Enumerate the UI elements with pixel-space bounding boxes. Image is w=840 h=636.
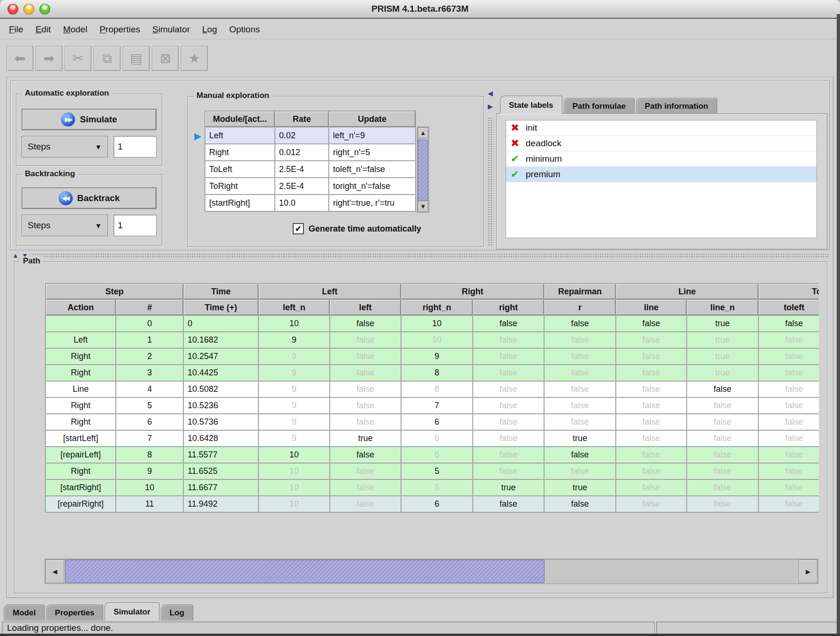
generate-time-checkbox[interactable]: ✔ [293,223,304,234]
menu-options[interactable]: Options [223,24,266,35]
horizontal-split-divider[interactable] [32,253,829,258]
menu-model[interactable]: Model [57,24,93,35]
path-row[interactable]: 0010false10falsefalsefalsetruefalse [46,316,819,331]
path-row[interactable]: [repairRight]1111.949210false6falsefalse… [46,496,819,512]
group-header-time[interactable]: Time [184,284,258,299]
group-header-line[interactable]: Line [616,284,758,299]
path-cell: false [473,464,544,479]
menu-file[interactable]: File [3,24,30,35]
undo-button[interactable]: ⬅ [7,46,33,71]
path-cell: 10.1682 [184,332,258,348]
path-scrollbar-thumb[interactable] [65,560,545,583]
tab-log[interactable]: Log [161,605,193,621]
backtrack-steps-select[interactable]: Steps ▼ [22,215,108,236]
path-row[interactable]: [startRight]1011.667710false5truetruefal… [46,480,819,495]
copy-button[interactable]: ⧉ [94,46,121,71]
path-row[interactable]: Right210.25479false9falsefalsefalsetruef… [46,349,819,364]
state-label-premium[interactable]: ✔premium [506,167,817,182]
path-row[interactable]: Right310.44259false8falsefalsefalsetruef… [46,365,819,381]
tab-simulator[interactable]: Simulator [105,602,159,621]
column-header[interactable]: Module/[act... [205,112,274,127]
menu-simulator[interactable]: Simulator [146,24,196,35]
state-label-minimum[interactable]: ✔minimum [506,151,817,167]
path-cell: 8 [116,447,183,463]
state-label-init[interactable]: ✖init [506,120,817,136]
group-header-left[interactable]: Left [259,284,401,299]
delete-icon: ⊠ [160,51,171,66]
path-cell: false [759,414,819,430]
tab-path-formulae[interactable]: Path formulae [564,98,635,114]
state-label-deadlock[interactable]: ✖deadlock [506,136,817,151]
updates-scrollbar-thumb[interactable] [418,140,428,201]
menu-properties[interactable]: Properties [93,24,146,35]
updates-scrollbar[interactable]: ▲ ▼ [417,127,429,213]
path-row[interactable]: [startLeft]710.64289true6falsetruefalsef… [46,431,819,446]
column-header[interactable]: line_n [687,300,758,315]
state-labels-list: ✖init✖deadlock✔minimum✔premium [506,120,817,238]
update-cell: ToRight [205,178,274,194]
path-row[interactable]: [repairLeft]811.557710false6falsefalsefa… [46,447,819,463]
group-header-to[interactable]: To [759,284,819,299]
scroll-down-icon[interactable]: ▼ [418,201,428,212]
column-header[interactable]: left [330,300,401,315]
update-cell: toright_n'=false [329,178,415,194]
path-row[interactable]: Right911.652510false5falsefalsefalsefals… [46,464,819,479]
update-row[interactable]: ToLeft2.5E-4toleft_n'=false [205,161,415,177]
column-header[interactable]: left_n [259,300,329,315]
path-row[interactable]: Left110.16829false10falsefalsefalsetruef… [46,332,819,348]
path-title: Path [20,256,43,266]
tab-path-information[interactable]: Path information [636,98,717,114]
collapse-right-icon[interactable]: ▶ [488,103,493,110]
column-header[interactable]: Update [329,112,415,127]
simulate-steps-select[interactable]: Steps ▼ [22,136,108,157]
undo-icon: ⬅ [15,51,25,66]
path-cell: 11 [116,496,183,512]
backtrack-steps-input[interactable] [114,215,157,236]
scroll-right-icon[interactable]: ▶ [799,560,817,583]
collapse-left-icon[interactable]: ◀ [488,90,493,97]
collapse-up-icon[interactable]: ▲ [12,252,19,259]
update-cell: Right [205,144,274,160]
path-row[interactable]: Right510.52369false7falsefalsefalsefalse… [46,398,819,413]
column-header[interactable]: line [616,300,686,315]
group-header-step[interactable]: Step [46,284,183,299]
redo-button[interactable]: ➡ [36,46,62,71]
update-row[interactable]: ToRight2.5E-4toright_n'=false [205,178,415,194]
group-header-repairman[interactable]: Repairman [545,284,615,299]
chevron-down-icon: ▼ [95,222,102,230]
update-row[interactable]: [startRight]10.0right'=true, r'=tru [205,195,415,211]
scroll-left-icon[interactable]: ◀ [45,560,64,583]
star-button[interactable]: ★ [181,46,208,71]
update-row[interactable]: Right0.012right_n'=5 [205,144,415,160]
tab-model[interactable]: Model [4,605,45,621]
cut-button[interactable]: ✂ [65,46,91,71]
backtrack-button[interactable]: ◀◀ Backtrack [22,187,157,209]
simulate-steps-input[interactable] [114,136,157,157]
column-header[interactable]: Rate [275,112,328,127]
path-cell: false [616,316,686,331]
menu-edit[interactable]: Edit [30,24,57,35]
scroll-up-icon[interactable]: ▲ [418,127,428,138]
column-header[interactable]: Time (+) [184,300,258,315]
path-cell: false [759,496,819,512]
tab-properties[interactable]: Properties [46,605,103,621]
group-header-right[interactable]: Right [401,284,544,299]
delete-button[interactable]: ⊠ [152,46,179,71]
column-header[interactable]: Action [46,300,115,315]
path-cell: 7 [401,398,472,413]
path-row[interactable]: Right610.57369false6falsefalsefalsefalse… [46,414,819,430]
vertical-split-divider[interactable] [488,117,493,247]
column-header[interactable]: right [473,300,544,315]
path-cell: false [759,316,819,331]
column-header[interactable]: right_n [401,300,472,315]
paste-button[interactable]: ▤ [123,46,150,71]
column-header[interactable]: toleft [759,300,819,315]
menu-log[interactable]: Log [196,24,223,35]
tab-state-labels[interactable]: State labels [500,96,562,114]
simulate-button[interactable]: ▶▶ Simulate [22,109,157,130]
column-header[interactable]: r [545,300,615,315]
column-header[interactable]: # [116,300,183,315]
update-row[interactable]: Left0.02left_n'=9 [205,127,415,143]
path-row[interactable]: Line410.50829false8falsefalsefalsefalsef… [46,382,819,397]
path-scrollbar[interactable]: ◀ ▶ [45,559,818,584]
